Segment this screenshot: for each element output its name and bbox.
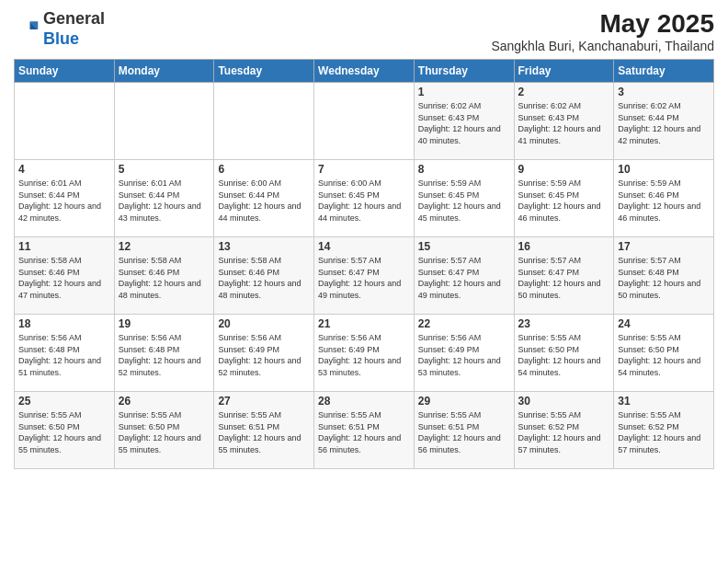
calendar-cell: 4Sunrise: 6:01 AMSunset: 6:44 PMDaylight… bbox=[15, 160, 115, 237]
calendar-cell: 12Sunrise: 5:58 AMSunset: 6:46 PMDayligh… bbox=[114, 237, 214, 315]
day-number: 22 bbox=[418, 317, 510, 330]
location: Sangkhla Buri, Kanchanaburi, Thailand bbox=[491, 39, 714, 53]
day-number: 16 bbox=[518, 240, 610, 253]
day-info: Sunrise: 6:02 AMSunset: 6:43 PMDaylight:… bbox=[418, 100, 510, 146]
calendar-cell: 13Sunrise: 5:58 AMSunset: 6:46 PMDayligh… bbox=[214, 237, 314, 315]
calendar-cell: 24Sunrise: 5:55 AMSunset: 6:50 PMDayligh… bbox=[614, 315, 714, 392]
day-number: 5 bbox=[119, 163, 210, 176]
day-number: 2 bbox=[518, 86, 610, 98]
calendar-cell: 2Sunrise: 6:02 AMSunset: 6:43 PMDaylight… bbox=[514, 83, 614, 160]
day-number: 17 bbox=[618, 240, 710, 253]
day-info: Sunrise: 5:57 AMSunset: 6:47 PMDaylight:… bbox=[418, 255, 510, 301]
weekday-header-sunday: Sunday bbox=[15, 60, 115, 83]
day-info: Sunrise: 5:56 AMSunset: 6:48 PMDaylight:… bbox=[119, 332, 210, 378]
weekday-header-tuesday: Tuesday bbox=[214, 60, 314, 83]
calendar-cell: 30Sunrise: 5:55 AMSunset: 6:52 PMDayligh… bbox=[514, 392, 614, 469]
day-info: Sunrise: 5:55 AMSunset: 6:52 PMDaylight:… bbox=[618, 409, 710, 455]
calendar-cell: 9Sunrise: 5:59 AMSunset: 6:45 PMDaylight… bbox=[514, 160, 614, 237]
calendar-cell bbox=[314, 83, 415, 160]
month-year: May 2025 bbox=[491, 9, 714, 39]
day-number: 12 bbox=[119, 240, 210, 253]
calendar-cell: 8Sunrise: 5:59 AMSunset: 6:45 PMDaylight… bbox=[414, 160, 514, 237]
day-info: Sunrise: 5:59 AMSunset: 6:46 PMDaylight:… bbox=[618, 178, 710, 224]
calendar-cell: 21Sunrise: 5:56 AMSunset: 6:49 PMDayligh… bbox=[314, 315, 415, 392]
day-number: 30 bbox=[518, 395, 610, 408]
title-block: May 2025 Sangkhla Buri, Kanchanaburi, Th… bbox=[491, 9, 714, 53]
logo-general: General bbox=[43, 9, 105, 28]
week-row-4: 18Sunrise: 5:56 AMSunset: 6:48 PMDayligh… bbox=[15, 315, 714, 392]
calendar-table: SundayMondayTuesdayWednesdayThursdayFrid… bbox=[14, 59, 714, 469]
day-number: 23 bbox=[518, 317, 610, 330]
day-number: 11 bbox=[18, 240, 110, 253]
calendar-cell: 11Sunrise: 5:58 AMSunset: 6:46 PMDayligh… bbox=[15, 237, 115, 315]
weekday-header-thursday: Thursday bbox=[414, 60, 514, 83]
logo: General Blue bbox=[14, 9, 105, 49]
calendar-cell: 28Sunrise: 5:55 AMSunset: 6:51 PMDayligh… bbox=[314, 392, 415, 469]
day-info: Sunrise: 6:02 AMSunset: 6:44 PMDaylight:… bbox=[618, 100, 710, 146]
day-number: 14 bbox=[318, 240, 410, 253]
day-info: Sunrise: 5:55 AMSunset: 6:50 PMDaylight:… bbox=[618, 332, 710, 378]
day-info: Sunrise: 5:56 AMSunset: 6:49 PMDaylight:… bbox=[318, 332, 410, 378]
day-info: Sunrise: 5:58 AMSunset: 6:46 PMDaylight:… bbox=[218, 255, 310, 301]
day-info: Sunrise: 5:57 AMSunset: 6:48 PMDaylight:… bbox=[618, 255, 710, 301]
calendar-cell: 25Sunrise: 5:55 AMSunset: 6:50 PMDayligh… bbox=[15, 392, 115, 469]
day-number: 25 bbox=[18, 395, 110, 408]
day-info: Sunrise: 5:58 AMSunset: 6:46 PMDaylight:… bbox=[18, 255, 110, 301]
day-info: Sunrise: 5:59 AMSunset: 6:45 PMDaylight:… bbox=[518, 178, 610, 224]
day-info: Sunrise: 5:59 AMSunset: 6:45 PMDaylight:… bbox=[418, 178, 510, 224]
page-header: General Blue May 2025 Sangkhla Buri, Kan… bbox=[14, 9, 714, 53]
day-number: 19 bbox=[119, 317, 210, 330]
calendar-cell: 20Sunrise: 5:56 AMSunset: 6:49 PMDayligh… bbox=[214, 315, 314, 392]
calendar-cell: 26Sunrise: 5:55 AMSunset: 6:50 PMDayligh… bbox=[114, 392, 214, 469]
calendar-cell bbox=[15, 83, 115, 160]
day-info: Sunrise: 5:55 AMSunset: 6:52 PMDaylight:… bbox=[518, 409, 610, 455]
calendar-cell: 16Sunrise: 5:57 AMSunset: 6:47 PMDayligh… bbox=[514, 237, 614, 315]
weekday-header-row: SundayMondayTuesdayWednesdayThursdayFrid… bbox=[15, 60, 714, 83]
day-number: 26 bbox=[119, 395, 210, 408]
day-number: 15 bbox=[418, 240, 510, 253]
logo-icon bbox=[14, 17, 40, 42]
calendar-cell: 31Sunrise: 5:55 AMSunset: 6:52 PMDayligh… bbox=[614, 392, 714, 469]
day-number: 28 bbox=[318, 395, 410, 408]
day-info: Sunrise: 5:55 AMSunset: 6:50 PMDaylight:… bbox=[18, 409, 110, 455]
calendar-cell bbox=[114, 83, 214, 160]
day-info: Sunrise: 5:56 AMSunset: 6:48 PMDaylight:… bbox=[18, 332, 110, 378]
day-number: 10 bbox=[618, 163, 710, 176]
day-info: Sunrise: 5:55 AMSunset: 6:50 PMDaylight:… bbox=[518, 332, 610, 378]
calendar-cell: 10Sunrise: 5:59 AMSunset: 6:46 PMDayligh… bbox=[614, 160, 714, 237]
day-info: Sunrise: 5:55 AMSunset: 6:51 PMDaylight:… bbox=[418, 409, 510, 455]
calendar-cell: 18Sunrise: 5:56 AMSunset: 6:48 PMDayligh… bbox=[15, 315, 115, 392]
day-info: Sunrise: 5:57 AMSunset: 6:47 PMDaylight:… bbox=[318, 255, 410, 301]
day-number: 24 bbox=[618, 317, 710, 330]
day-info: Sunrise: 6:00 AMSunset: 6:45 PMDaylight:… bbox=[318, 178, 410, 224]
day-info: Sunrise: 5:58 AMSunset: 6:46 PMDaylight:… bbox=[119, 255, 210, 301]
week-row-5: 25Sunrise: 5:55 AMSunset: 6:50 PMDayligh… bbox=[15, 392, 714, 469]
calendar-cell: 23Sunrise: 5:55 AMSunset: 6:50 PMDayligh… bbox=[514, 315, 614, 392]
day-info: Sunrise: 6:01 AMSunset: 6:44 PMDaylight:… bbox=[18, 178, 110, 224]
day-number: 4 bbox=[18, 163, 110, 176]
day-number: 21 bbox=[318, 317, 410, 330]
week-row-1: 1Sunrise: 6:02 AMSunset: 6:43 PMDaylight… bbox=[15, 83, 714, 160]
day-number: 13 bbox=[218, 240, 310, 253]
weekday-header-friday: Friday bbox=[514, 60, 614, 83]
calendar-cell: 29Sunrise: 5:55 AMSunset: 6:51 PMDayligh… bbox=[414, 392, 514, 469]
day-number: 1 bbox=[418, 86, 510, 98]
calendar-cell: 22Sunrise: 5:56 AMSunset: 6:49 PMDayligh… bbox=[414, 315, 514, 392]
calendar-cell bbox=[214, 83, 314, 160]
calendar-cell: 17Sunrise: 5:57 AMSunset: 6:48 PMDayligh… bbox=[614, 237, 714, 315]
week-row-3: 11Sunrise: 5:58 AMSunset: 6:46 PMDayligh… bbox=[15, 237, 714, 315]
day-number: 7 bbox=[318, 163, 410, 176]
day-number: 8 bbox=[418, 163, 510, 176]
day-number: 9 bbox=[518, 163, 610, 176]
logo-blue: Blue bbox=[43, 29, 79, 48]
calendar-cell: 14Sunrise: 5:57 AMSunset: 6:47 PMDayligh… bbox=[314, 237, 415, 315]
calendar-cell: 1Sunrise: 6:02 AMSunset: 6:43 PMDaylight… bbox=[414, 83, 514, 160]
day-number: 3 bbox=[618, 86, 710, 98]
page-container: General Blue May 2025 Sangkhla Buri, Kan… bbox=[0, 0, 728, 478]
day-number: 31 bbox=[618, 395, 710, 408]
day-info: Sunrise: 5:56 AMSunset: 6:49 PMDaylight:… bbox=[418, 332, 510, 378]
calendar-cell: 15Sunrise: 5:57 AMSunset: 6:47 PMDayligh… bbox=[414, 237, 514, 315]
weekday-header-wednesday: Wednesday bbox=[314, 60, 415, 83]
calendar-cell: 19Sunrise: 5:56 AMSunset: 6:48 PMDayligh… bbox=[114, 315, 214, 392]
day-info: Sunrise: 5:56 AMSunset: 6:49 PMDaylight:… bbox=[218, 332, 310, 378]
